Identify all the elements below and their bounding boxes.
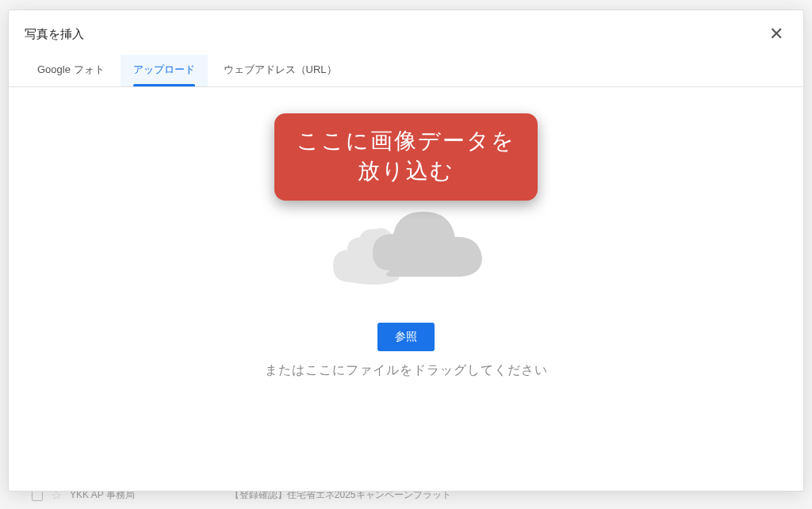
- insert-photo-modal: 写真を挿入 ✕ Google フォト アップロード ウェブアドレス（URL） こ…: [8, 10, 804, 492]
- tabs-bar: Google フォト アップロード ウェブアドレス（URL）: [9, 55, 803, 87]
- tab-label: ウェブアドレス（URL）: [224, 63, 337, 75]
- cloud-illustration: ここに画像データを 放り込む: [303, 167, 509, 310]
- browse-button[interactable]: 参照: [377, 323, 435, 351]
- tab-label: アップロード: [133, 63, 195, 75]
- callout-line2: 放り込む: [358, 159, 454, 183]
- drag-instruction: またはここにファイルをドラッグしてください: [265, 362, 548, 379]
- upload-dropzone[interactable]: ここに画像データを 放り込む 参照 またはここにファイルをドラッグしてください: [9, 87, 803, 491]
- browse-label: 参照: [395, 330, 417, 343]
- close-icon[interactable]: ✕: [765, 23, 787, 45]
- tab-label: Google フォト: [37, 63, 105, 75]
- callout-line1: ここに画像データを: [297, 128, 515, 153]
- tab-google-photos[interactable]: Google フォト: [25, 55, 117, 86]
- annotation-callout: ここに画像データを 放り込む: [274, 113, 538, 201]
- tab-web-address[interactable]: ウェブアドレス（URL）: [211, 55, 350, 86]
- modal-header: 写真を挿入 ✕: [9, 10, 803, 55]
- tab-upload[interactable]: アップロード: [121, 55, 208, 86]
- modal-title: 写真を挿入: [25, 27, 84, 42]
